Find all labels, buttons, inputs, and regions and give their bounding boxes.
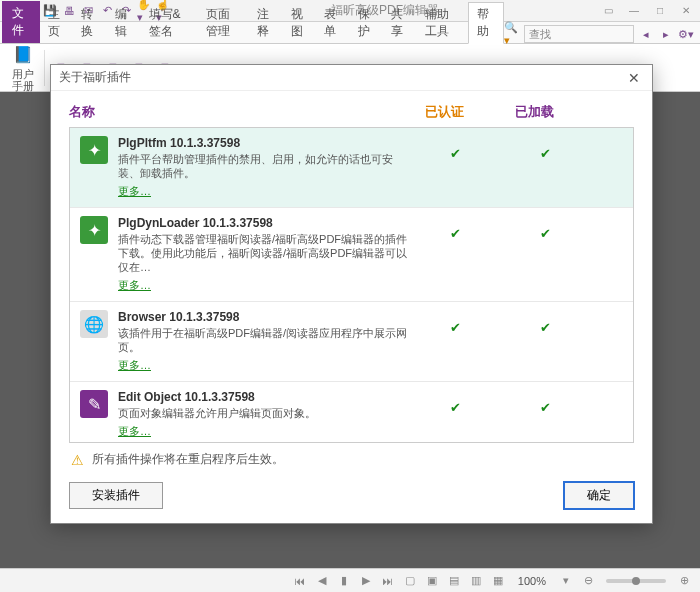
layout-4-icon[interactable]: ▥ (468, 574, 484, 587)
tab-pagemgmt[interactable]: 页面管理 (198, 3, 249, 43)
close-window-icon[interactable]: ✕ (676, 5, 696, 16)
tab-edit[interactable]: 编辑 (107, 3, 141, 43)
next-page-icon[interactable]: ▶ (358, 574, 374, 587)
layout-2-icon[interactable]: ▣ (424, 574, 440, 587)
plugin-title: Edit Object 10.1.3.37598 (118, 390, 410, 404)
col-loaded: 已加载 (489, 103, 579, 121)
prev-page-icon[interactable]: ◀ (314, 574, 330, 587)
zoom-in-icon[interactable]: ⊕ (676, 574, 692, 587)
plugin-info: PlgPltfm 10.1.3.37598插件平台帮助管理插件的禁用、启用，如允… (118, 136, 410, 199)
minimize-icon[interactable]: — (624, 5, 644, 16)
plugin-icon: ✦ (80, 136, 108, 164)
plugin-title: PlgPltfm 10.1.3.37598 (118, 136, 410, 150)
tab-share[interactable]: 共享 (383, 3, 417, 43)
tab-comment[interactable]: 注释 (249, 3, 283, 43)
plugin-title: PlgDynLoader 10.1.3.37598 (118, 216, 410, 230)
zoom-out-icon[interactable]: ⊖ (580, 574, 596, 587)
tab-form[interactable]: 表单 (316, 3, 350, 43)
ok-button[interactable]: 确定 (564, 482, 634, 509)
dialog-title: 关于福昕插件 (59, 69, 131, 86)
warning-text: 所有插件操作将在重启程序后生效。 (92, 451, 284, 468)
settings-icon[interactable]: ⚙▾ (678, 26, 694, 42)
tab-protect[interactable]: 保护 (350, 3, 384, 43)
install-plugin-button[interactable]: 安装插件 (69, 482, 163, 509)
ribbon-tabs: 文件 主页 转换 编辑 填写&签名 页面管理 注释 视图 表单 保护 共享 辅助… (0, 22, 700, 44)
warning-icon: ⚠ (71, 452, 84, 468)
tab-view[interactable]: 视图 (283, 3, 317, 43)
loaded-check: ✔ (500, 216, 590, 293)
more-link[interactable]: 更多… (118, 278, 151, 293)
layout-1-icon[interactable]: ▢ (402, 574, 418, 587)
tab-help[interactable]: 帮助 (468, 2, 504, 44)
close-icon[interactable]: ✕ (624, 70, 644, 86)
plugin-desc: 插件动态下载器管理福昕阅读器/福昕高级PDF编辑器的插件下载。使用此功能后，福昕… (118, 232, 410, 274)
tab-accessibility[interactable]: 辅助工具 (417, 3, 468, 43)
zoom-label: 100% (518, 575, 546, 587)
certified-check: ✔ (410, 310, 500, 373)
certified-check: ✔ (410, 216, 500, 293)
window-controls: ▭ — □ ✕ (598, 5, 696, 16)
more-link[interactable]: 更多… (118, 184, 151, 199)
search-input[interactable]: 查找 (524, 25, 634, 43)
plugin-title: Browser 10.1.3.37598 (118, 310, 410, 324)
zoom-dropdown-icon[interactable]: ▾ (558, 574, 574, 587)
certified-check: ✔ (410, 390, 500, 439)
zoom-slider[interactable] (606, 579, 666, 583)
ribbon-min-icon[interactable]: ▭ (598, 5, 618, 16)
separator (44, 50, 45, 86)
dialog-body: 名称 已认证 已加载 ✦PlgPltfm 10.1.3.37598插件平台帮助管… (51, 91, 652, 476)
manual-icon: 📘 (12, 44, 34, 66)
first-page-icon[interactable]: ⏮ (292, 575, 308, 587)
plugin-row[interactable]: 🌐Browser 10.1.3.37598该插件用于在福昕高级PDF编辑器/阅读… (70, 302, 633, 382)
plugin-row[interactable]: ✦PlgDynLoader 10.1.3.37598插件动态下载器管理福昕阅读器… (70, 208, 633, 302)
plugin-row[interactable]: ✦PlgPltfm 10.1.3.37598插件平台帮助管理插件的禁用、启用，如… (70, 128, 633, 208)
loaded-check: ✔ (500, 136, 590, 199)
loaded-check: ✔ (500, 310, 590, 373)
plugin-icon: 🌐 (80, 310, 108, 338)
tab-home[interactable]: 主页 (40, 3, 74, 43)
plugin-desc: 插件平台帮助管理插件的禁用、启用，如允许的话也可安装、卸载插件。 (118, 152, 410, 180)
tab-convert[interactable]: 转换 (73, 3, 107, 43)
plugin-info: Browser 10.1.3.37598该插件用于在福昕高级PDF编辑器/阅读器… (118, 310, 410, 373)
search-placeholder: 查找 (529, 27, 551, 42)
loaded-check: ✔ (500, 390, 590, 439)
warning-row: ⚠ 所有插件操作将在重启程序后生效。 (69, 443, 634, 476)
nav-prev-icon[interactable]: ◂ (638, 26, 654, 42)
dialog-titlebar: 关于福昕插件 ✕ (51, 65, 652, 91)
plugin-desc: 该插件用于在福昕高级PDF编辑器/阅读器应用程序中展示网页。 (118, 326, 410, 354)
plugin-row[interactable]: ✎Edit Object 10.1.3.37598页面对象编辑器允许用户编辑页面… (70, 382, 633, 443)
more-link[interactable]: 更多… (118, 424, 151, 439)
certified-check: ✔ (410, 136, 500, 199)
plugin-icon: ✎ (80, 390, 108, 418)
column-headers: 名称 已认证 已加载 (69, 99, 634, 127)
nav-next-icon[interactable]: ▸ (658, 26, 674, 42)
col-name: 名称 (69, 103, 399, 121)
user-manual-button[interactable]: 📘 用户 手册 (6, 42, 40, 94)
plugin-info: PlgDynLoader 10.1.3.37598插件动态下载器管理福昕阅读器/… (118, 216, 410, 293)
tab-fillsign[interactable]: 填写&签名 (141, 3, 198, 43)
more-link[interactable]: 更多… (118, 358, 151, 373)
search-area: 🔍▾ 查找 ◂ ▸ ⚙▾ (504, 25, 700, 43)
plugin-icon: ✦ (80, 216, 108, 244)
search-mode-icon[interactable]: 🔍▾ (504, 26, 520, 42)
zoom-thumb[interactable] (632, 577, 640, 585)
maximize-icon[interactable]: □ (650, 5, 670, 16)
layout-3-icon[interactable]: ▤ (446, 574, 462, 587)
plugin-list[interactable]: ✦PlgPltfm 10.1.3.37598插件平台帮助管理插件的禁用、启用，如… (69, 127, 634, 443)
status-bar: ⏮ ◀ ▮ ▶ ⏭ ▢ ▣ ▤ ▥ ▦ 100% ▾ ⊖ ⊕ (0, 568, 700, 592)
col-certified: 已认证 (399, 103, 489, 121)
plugin-desc: 页面对象编辑器允许用户编辑页面对象。 (118, 406, 410, 420)
dialog-buttons: 安装插件 确定 (51, 476, 652, 523)
page-indicator: ▮ (336, 574, 352, 587)
tab-file[interactable]: 文件 (2, 1, 40, 43)
plugins-dialog: 关于福昕插件 ✕ 名称 已认证 已加载 ✦PlgPltfm 10.1.3.375… (50, 64, 653, 524)
layout-5-icon[interactable]: ▦ (490, 574, 506, 587)
last-page-icon[interactable]: ⏭ (380, 575, 396, 587)
manual-label: 用户 手册 (12, 68, 34, 92)
plugin-info: Edit Object 10.1.3.37598页面对象编辑器允许用户编辑页面对… (118, 390, 410, 439)
